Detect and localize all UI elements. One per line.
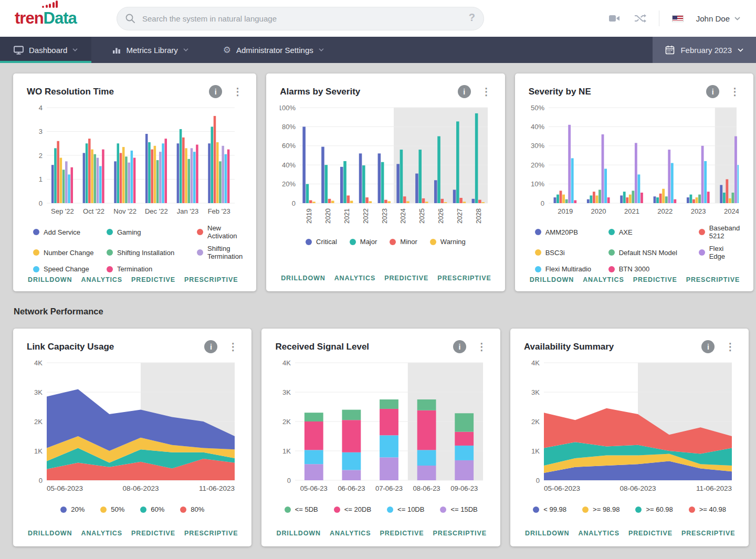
svg-text:05-06-2023: 05-06-2023 bbox=[544, 484, 580, 492]
help-icon[interactable]: ? bbox=[469, 12, 475, 24]
drilldown-button[interactable]: DRILLDOWN bbox=[281, 275, 325, 282]
legend-item[interactable]: BTN 3000 bbox=[608, 265, 699, 273]
analytics-button[interactable]: ANALYTICS bbox=[334, 275, 375, 282]
legend-item[interactable]: Minor bbox=[390, 238, 417, 246]
predictive-button[interactable]: PREDICTIVE bbox=[131, 530, 175, 537]
alarms-severity-chart[interactable]: 020%40%60%80%100%20192020202120222023202… bbox=[280, 103, 491, 230]
svg-text:0: 0 bbox=[287, 477, 291, 484]
legend-label: New Activation bbox=[207, 224, 243, 240]
legend-item[interactable]: Flexi Edge bbox=[699, 245, 740, 260]
legend-item[interactable]: 80% bbox=[180, 505, 204, 513]
predictive-button[interactable]: PREDICTIVE bbox=[633, 276, 677, 283]
legend-item[interactable]: Flexi Multiradio bbox=[535, 265, 608, 273]
analytics-button[interactable]: ANALYTICS bbox=[583, 276, 624, 283]
legend-label: Shifting Installation bbox=[117, 249, 174, 257]
legend-item[interactable]: Baseband 5212 bbox=[699, 224, 740, 240]
legend-item[interactable]: Number Change bbox=[33, 245, 107, 260]
prescriptive-button[interactable]: PRESCRIPTIVE bbox=[184, 530, 238, 537]
shuffle-icon[interactable] bbox=[634, 13, 646, 24]
kebab-menu-icon[interactable]: ⋮ bbox=[477, 342, 487, 352]
svg-text:2021: 2021 bbox=[343, 208, 351, 224]
analytics-button[interactable]: ANALYTICS bbox=[81, 276, 122, 283]
info-icon[interactable]: i bbox=[209, 85, 222, 98]
prescriptive-button[interactable]: PRESCRIPTIVE bbox=[437, 275, 491, 282]
drilldown-button[interactable]: DRILLDOWN bbox=[28, 530, 72, 537]
date-picker[interactable]: February 2023 bbox=[653, 37, 756, 63]
analytics-button[interactable]: ANALYTICS bbox=[81, 530, 122, 537]
card-title: Severity by NE bbox=[529, 87, 591, 97]
kebab-menu-icon[interactable]: ⋮ bbox=[233, 87, 243, 97]
gear-icon: ⚙ bbox=[223, 46, 231, 55]
prescriptive-button[interactable]: PRESCRIPTIVE bbox=[184, 276, 238, 283]
legend-item[interactable]: <= 15DB bbox=[440, 505, 477, 513]
kebab-menu-icon[interactable]: ⋮ bbox=[725, 342, 735, 352]
legend-item[interactable]: Shifting Installation bbox=[107, 245, 197, 260]
predictive-button[interactable]: PREDICTIVE bbox=[384, 275, 428, 282]
info-icon[interactable]: i bbox=[706, 85, 719, 98]
legend-item[interactable]: <= 10DB bbox=[387, 505, 424, 513]
card-actions: DRILLDOWN ANALYTICS PREDICTIVE PRESCRIPT… bbox=[27, 526, 238, 539]
drilldown-button[interactable]: DRILLDOWN bbox=[525, 530, 569, 537]
availability-summary-chart[interactable]: 01K2K3K4K05-06-202308-06-202311-06-2023 bbox=[524, 358, 735, 494]
legend-item[interactable]: New Activation bbox=[197, 224, 243, 240]
legend-item[interactable]: Shifting Termination bbox=[197, 245, 243, 260]
kebab-menu-icon[interactable]: ⋮ bbox=[481, 87, 491, 97]
legend-item[interactable]: >= 40.98 bbox=[689, 505, 726, 513]
legend-item[interactable]: AMM20PB bbox=[535, 224, 608, 240]
app-logo[interactable]: trenData bbox=[15, 9, 99, 28]
video-call-icon[interactable] bbox=[608, 13, 621, 24]
info-icon[interactable]: i bbox=[453, 340, 466, 353]
svg-text:0: 0 bbox=[39, 477, 43, 484]
legend-item[interactable]: BSC3i bbox=[535, 245, 608, 260]
drilldown-button[interactable]: DRILLDOWN bbox=[530, 276, 574, 283]
legend-item[interactable]: Termination bbox=[107, 265, 197, 273]
link-capacity-chart[interactable]: 01K2K3K4K05-06-202308-06-202311-06-2023 bbox=[27, 358, 238, 494]
received-signal-chart[interactable]: 01K2K3K4K05-06-2306-06-2307-06-2308-06-2… bbox=[275, 358, 486, 494]
legend-item[interactable]: Critical bbox=[306, 238, 337, 246]
analytics-button[interactable]: ANALYTICS bbox=[330, 530, 371, 537]
prescriptive-button[interactable]: PRESCRIPTIVE bbox=[433, 530, 487, 537]
svg-text:07-06-23: 07-06-23 bbox=[375, 484, 403, 492]
drilldown-button[interactable]: DRILLDOWN bbox=[276, 530, 320, 537]
info-icon[interactable]: i bbox=[458, 85, 471, 98]
nav-tab-administrator-settings[interactable]: ⚙ Administrator Settings bbox=[209, 37, 338, 63]
legend-item[interactable]: >= 60.98 bbox=[635, 505, 673, 513]
legend-item[interactable]: 50% bbox=[100, 505, 124, 513]
kebab-menu-icon[interactable]: ⋮ bbox=[730, 87, 740, 97]
legend-item[interactable]: 60% bbox=[140, 505, 164, 513]
kebab-menu-icon[interactable]: ⋮ bbox=[228, 342, 238, 352]
user-menu[interactable]: John Doe bbox=[696, 14, 740, 23]
legend-item[interactable]: <= 20DB bbox=[334, 505, 371, 513]
info-icon[interactable]: i bbox=[204, 340, 217, 353]
legend-item[interactable]: Add Service bbox=[33, 224, 107, 240]
legend-label: Baseband 5212 bbox=[709, 224, 740, 240]
search-input[interactable] bbox=[117, 7, 484, 30]
predictive-button[interactable]: PREDICTIVE bbox=[131, 276, 175, 283]
us-flag-icon[interactable] bbox=[672, 15, 684, 22]
prescriptive-button[interactable]: PRESCRIPTIVE bbox=[681, 530, 736, 537]
legend-item[interactable]: >= 98.98 bbox=[582, 505, 620, 513]
legend-item[interactable]: Gaming bbox=[107, 224, 197, 240]
nav-tab-metrics-library[interactable]: Metrics Library bbox=[99, 37, 202, 63]
legend-dot bbox=[608, 266, 615, 272]
predictive-button[interactable]: PREDICTIVE bbox=[628, 530, 673, 537]
nav-tab-dashboard[interactable]: Dashboard bbox=[0, 37, 91, 63]
predictive-button[interactable]: PREDICTIVE bbox=[380, 530, 424, 537]
legend-item[interactable]: <= 5DB bbox=[285, 505, 318, 513]
severity-by-ne-chart[interactable]: 010%20%30%40%50%201920202021202220232024 bbox=[529, 103, 740, 217]
legend-item[interactable]: Major bbox=[350, 238, 377, 246]
info-icon[interactable]: i bbox=[701, 340, 715, 353]
svg-text:0: 0 bbox=[540, 199, 544, 207]
legend-item[interactable]: Speed Change bbox=[33, 265, 107, 273]
legend-item[interactable]: Default NSN Model bbox=[608, 245, 699, 260]
legend-item[interactable]: AXE bbox=[608, 224, 699, 240]
legend-item[interactable]: Warning bbox=[430, 238, 466, 246]
legend-item[interactable]: 20% bbox=[60, 505, 85, 513]
legend-item[interactable]: < 99.98 bbox=[533, 505, 566, 513]
wo-resolution-chart[interactable]: 01234Sep '22Oct '22Nov '22Dec '22Jan '23… bbox=[27, 103, 243, 217]
drilldown-button[interactable]: DRILLDOWN bbox=[28, 276, 72, 283]
prescriptive-button[interactable]: PRESCRIPTIVE bbox=[686, 276, 740, 283]
svg-text:1: 1 bbox=[39, 175, 43, 183]
analytics-button[interactable]: ANALYTICS bbox=[578, 530, 619, 537]
svg-text:3K: 3K bbox=[34, 388, 43, 396]
